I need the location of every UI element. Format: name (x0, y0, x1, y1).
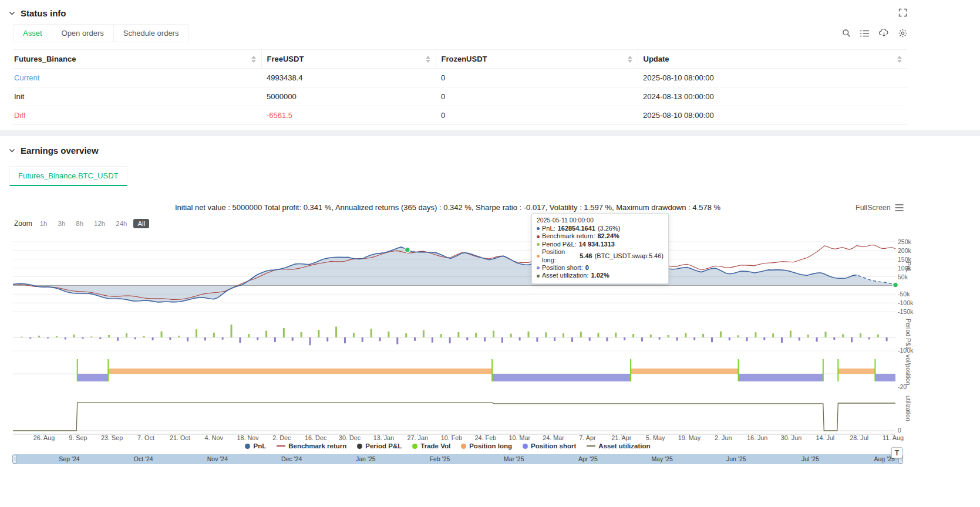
earnings-chart[interactable]: Initial net value : 5000000 Total profit… (0, 197, 980, 507)
table-cell: Init (13, 87, 261, 106)
zoom-3h[interactable]: 3h (53, 219, 69, 228)
zoom-controls: Zoom 1h3h8h12h24hAll (14, 219, 149, 228)
list-icon[interactable] (860, 29, 870, 38)
table-toolbar (842, 29, 907, 38)
zoom-12h[interactable]: 12h (90, 219, 109, 228)
chart-navigator[interactable]: Sep '24Oct '24Nov '24Dec '24Jan '25Feb '… (13, 454, 902, 464)
zoom-all[interactable]: All (133, 219, 149, 228)
tooltip-row: Benchmark return: 82.24% (537, 232, 664, 240)
fullscreen-button[interactable]: FullScreen (856, 204, 891, 212)
y-axis-label: 50k (898, 273, 908, 280)
y-axis-label: 250k (898, 238, 911, 245)
column-header-frozenusdt[interactable]: FrozenUSDT (436, 50, 638, 69)
column-header-update[interactable]: Update (638, 50, 907, 69)
navigator-month-label: Oct '24 (128, 455, 159, 462)
collapse-chevron-icon[interactable] (8, 147, 16, 154)
sort-descend-icon (897, 60, 902, 63)
zoom-label: Zoom (14, 219, 32, 228)
series-bullet-icon (537, 275, 540, 278)
tooltip-row: Asset utilization: 1.02% (537, 272, 664, 279)
tooltip-value: 162854.1641 (558, 225, 595, 232)
legend-item-position-long[interactable]: Position long (461, 442, 512, 449)
tab-asset[interactable]: Asset (14, 25, 52, 42)
sort-carets-icon[interactable] (251, 56, 256, 63)
tab-schedule-orders[interactable]: Schedule orders (114, 25, 188, 42)
sort-ascend-icon (897, 56, 902, 59)
legend-label: Position long (469, 442, 512, 449)
table-cell: 4993438.4 (261, 69, 436, 87)
tooltip-label: Period P&L: (542, 241, 577, 248)
y-axis-label: 150k (898, 256, 911, 263)
table-cell: Diff (13, 106, 261, 125)
y-axis-label: 200k (898, 247, 911, 254)
table-cell: 2025-08-10 08:00:00 (638, 69, 907, 87)
legend-item-pnl[interactable]: PnL (245, 442, 266, 449)
legend-marker-icon (277, 445, 285, 447)
legend-label: Position short (531, 442, 576, 449)
legend-item-asset-utilization[interactable]: Asset utilization (587, 442, 650, 449)
fullscreen-expand-icon[interactable] (898, 8, 907, 17)
tooltip-date: 2025-05-11 00:00:00 (537, 217, 664, 224)
status-info-header: Status info (13, 6, 907, 23)
tooltip-value: 5.46 (580, 252, 592, 260)
asset-table: Futures_BinanceFreeUSDTFrozenUSDTUpdate … (13, 49, 907, 125)
legend-label: PnL (253, 442, 266, 449)
tooltip-row: Position short: 0 (537, 264, 664, 272)
tooltip-suffix: (BTC_USDT.swap:5.46) (595, 252, 664, 260)
tooltip-label: Position short: (542, 264, 583, 272)
y-axis-label: -100k (898, 299, 913, 306)
navigator-month-label: Apr '25 (572, 455, 603, 462)
sort-descend-icon (426, 60, 430, 63)
sort-descend-icon (251, 60, 256, 63)
legend-label: Trade Vol (420, 442, 450, 449)
tooltip-value: 82.24% (597, 232, 619, 240)
series-bullet-icon (537, 227, 540, 230)
axis-title-period-p-l: Period P&L (905, 319, 912, 350)
legend-label: Period P&L (365, 442, 402, 449)
cloud-download-icon[interactable] (879, 29, 889, 38)
section-title: Earnings overview (21, 146, 99, 156)
table-cell: 2024-08-13 00:00:00 (638, 87, 907, 106)
legend-item-trade-vol[interactable]: Trade Vol (412, 442, 450, 449)
search-icon[interactable] (842, 29, 851, 38)
legend-item-period-p-l[interactable]: Period P&L (357, 442, 402, 449)
table-cell: -6561.5 (261, 106, 436, 125)
zoom-8h[interactable]: 8h (72, 219, 87, 228)
status-tabs: AssetOpen ordersSchedule orders (13, 24, 188, 42)
legend-label: Asset utilization (598, 442, 650, 449)
sort-carets-icon[interactable] (897, 56, 902, 63)
navigator-left-handle-icon[interactable] (12, 455, 17, 464)
chart-plot-area[interactable] (13, 235, 895, 437)
column-header-futures-binance[interactable]: Futures_Binance (13, 50, 261, 69)
legend-marker-icon (357, 444, 362, 449)
navigator-month-label: Feb '25 (425, 455, 455, 462)
sort-carets-icon[interactable] (426, 56, 430, 63)
collapse-chevron-icon[interactable] (8, 9, 16, 17)
sort-carets-icon[interactable] (628, 56, 632, 63)
table-row: Diff-6561.502025-08-10 08:00:00 (13, 106, 907, 125)
zoom-buttons: 1h3h8h12h24hAll (36, 219, 150, 228)
tooltip-row: Period P&L: 14 934.1313 (537, 241, 664, 248)
table-toggle-button[interactable]: T (891, 447, 902, 458)
table-cell: 2025-08-10 08:00:00 (638, 106, 907, 125)
series-bullet-icon (537, 266, 540, 269)
table-cell[interactable]: Current (13, 69, 261, 87)
navigator-month-label: Dec '24 (277, 455, 307, 462)
tab-open-orders[interactable]: Open orders (52, 25, 114, 42)
zoom-24h[interactable]: 24h (112, 219, 131, 228)
sort-ascend-icon (426, 56, 430, 59)
y-axis-label: 0 (898, 427, 901, 434)
legend-label: Benchmark return (288, 442, 346, 449)
y-axis-label: -150k (898, 308, 913, 315)
legend-item-benchmark-return[interactable]: Benchmark return (277, 442, 346, 449)
column-header-freeusdt[interactable]: FreeUSDT (261, 50, 436, 69)
zoom-1h[interactable]: 1h (36, 219, 52, 228)
navigator-month-label: Nov '24 (202, 455, 233, 462)
hamburger-menu-icon[interactable] (895, 204, 904, 211)
tab-futures-binance-btc-usdt[interactable]: Futures_Binance.BTC_USDT (9, 166, 127, 186)
table-header-row: Futures_BinanceFreeUSDTFrozenUSDTUpdate (13, 50, 907, 69)
axis-title-vol-position: vol/position (905, 354, 912, 386)
axis-title-pnl: PnL (905, 262, 912, 273)
legend-item-position-short[interactable]: Position short (523, 442, 576, 449)
settings-icon[interactable] (898, 29, 907, 38)
